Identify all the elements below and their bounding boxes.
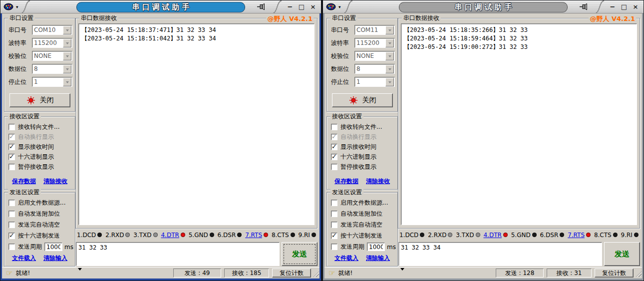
receive-textarea[interactable]: 【2023-05-24 15:18:37:471】31 32 33 34 【20… <box>78 23 315 225</box>
send-as-hex-checkbox[interactable] <box>8 233 15 239</box>
pin-label-dtr[interactable]: 4.DTR <box>161 232 179 239</box>
titlebar[interactable]: ▾ 串口调试助手 − □ × <box>323 0 644 13</box>
receive-to-file-checkbox[interactable] <box>331 124 337 130</box>
input-expand-handle[interactable] <box>78 268 82 273</box>
baud-rate-select[interactable]: 115200 <box>32 38 72 48</box>
pin-icon[interactable] <box>257 3 266 10</box>
clear-input-link[interactable]: 清除输入 <box>366 254 390 263</box>
reset-counter-button[interactable]: 复位计数 <box>272 269 311 278</box>
com-port-label: 串口号 <box>8 26 32 34</box>
titlebar[interactable]: ▾ 串口调试助手 − □ × <box>0 0 321 13</box>
file-data-source-checkbox[interactable] <box>8 200 15 206</box>
pin-item: 2.RXD <box>105 232 130 239</box>
data-bits-select[interactable]: 8 <box>32 64 72 74</box>
window-title-pill: 串口调试助手 <box>76 2 245 12</box>
pause-receive-checkbox[interactable] <box>331 164 337 170</box>
receive-textarea[interactable]: 【2023-05-24 15:18:35:266】31 32 33 【2023-… <box>401 23 637 225</box>
auto-wrap-checkbox[interactable] <box>331 134 337 140</box>
reset-counter-button[interactable]: 复位计数 <box>595 269 634 278</box>
serial-field-row: 校验位 NONE <box>8 51 72 61</box>
dropdown-button[interactable] <box>63 26 71 34</box>
send-period-checkbox[interactable] <box>8 244 15 250</box>
resize-grip[interactable] <box>635 271 642 277</box>
file-data-source-checkbox[interactable] <box>331 200 337 206</box>
dropdown-button[interactable] <box>385 52 394 60</box>
dropdown-button[interactable] <box>63 52 71 60</box>
pin-icon[interactable] <box>580 3 588 10</box>
titlebar-menu-arrow-icon[interactable]: ▾ <box>338 4 341 9</box>
pin-label-dtr[interactable]: 4.DTR <box>483 232 501 239</box>
load-file-link[interactable]: 文件载入 <box>334 254 358 263</box>
hex-display-checkbox[interactable] <box>8 154 15 160</box>
dropdown-button[interactable] <box>385 65 394 73</box>
minimize-button[interactable]: − <box>609 3 616 10</box>
data-bits-select[interactable]: 8 <box>354 64 395 74</box>
receive-line: 【2023-05-24 15:18:37:471】31 32 33 34 <box>81 26 312 34</box>
parity-select[interactable]: NONE <box>32 51 72 61</box>
auto-append-checkbox[interactable] <box>8 211 15 217</box>
ready-hand-icon: ☞ <box>6 270 12 277</box>
send-period-input[interactable] <box>367 243 385 251</box>
dropdown-button[interactable] <box>385 26 394 34</box>
send-input[interactable]: 31 32 33 <box>76 242 280 266</box>
send-period-input[interactable] <box>44 243 62 251</box>
close-button[interactable]: × <box>632 3 639 10</box>
receive-to-file-checkbox[interactable] <box>8 124 15 130</box>
checkbox-label: 自动发送附加位 <box>340 210 382 218</box>
titlebar-menu-arrow-icon[interactable]: ▾ <box>16 4 18 9</box>
pin-label-rts[interactable]: 7.RTS <box>568 232 585 239</box>
show-timestamp-checkbox[interactable] <box>8 144 15 150</box>
save-data-link[interactable]: 保存数据 <box>12 177 36 186</box>
com-port-select[interactable]: COM11 <box>354 25 395 35</box>
pin-item: 5.GND <box>511 232 537 239</box>
app-icon[interactable] <box>326 3 336 10</box>
dropdown-button[interactable] <box>385 78 394 86</box>
send-as-hex-checkbox[interactable] <box>331 233 337 239</box>
com-port-value: COM10 <box>32 26 62 33</box>
app-icon[interactable] <box>3 3 13 10</box>
send-button[interactable]: 发送 <box>282 242 318 266</box>
clear-receive-link[interactable]: 清除接收 <box>43 177 67 186</box>
dropdown-button[interactable] <box>385 39 394 47</box>
input-expand-handle[interactable] <box>400 268 404 273</box>
maximize-button[interactable]: □ <box>621 3 628 10</box>
close-button[interactable]: × <box>310 3 317 10</box>
clear-receive-link[interactable]: 清除接收 <box>366 177 390 186</box>
checkbox-row: 自动换行显示 <box>331 134 397 140</box>
dropdown-button[interactable] <box>63 39 71 47</box>
parity-select[interactable]: NONE <box>354 51 395 61</box>
maximize-button[interactable]: □ <box>298 3 305 10</box>
hex-display-checkbox[interactable] <box>331 154 337 160</box>
save-data-link[interactable]: 保存数据 <box>334 177 358 186</box>
serial-settings-group-label: 串口设置 <box>330 14 357 21</box>
checkbox-label: 发送周期 <box>18 243 42 251</box>
stop-bits-select[interactable]: 1 <box>32 77 72 87</box>
pin-item: 3.TXD <box>133 232 157 239</box>
pause-receive-checkbox[interactable] <box>8 164 15 170</box>
dropdown-button[interactable] <box>63 65 71 73</box>
pin-label-rts[interactable]: 7.RTS <box>245 232 262 239</box>
checkbox-row: 自动换行显示 <box>8 134 75 140</box>
dropdown-button[interactable] <box>63 78 71 86</box>
pin-item: 1.DCD <box>77 232 102 239</box>
auto-wrap-checkbox[interactable] <box>8 134 15 140</box>
resize-grip[interactable] <box>313 271 319 277</box>
show-timestamp-checkbox[interactable] <box>331 144 337 150</box>
close-port-button[interactable]: 关闭 <box>332 93 393 107</box>
com-port-select[interactable]: COM10 <box>32 25 72 35</box>
send-period-checkbox[interactable] <box>331 244 337 250</box>
send-button[interactable]: 发送 <box>604 242 640 266</box>
chevron-down-icon <box>388 42 391 46</box>
clear-input-link[interactable]: 清除输入 <box>43 254 67 263</box>
checkbox-row: 暂停接收显示 <box>331 164 397 170</box>
auto-append-checkbox[interactable] <box>331 211 337 217</box>
send-period-row: 发送周期 ms <box>8 244 75 250</box>
minimize-button[interactable]: − <box>287 3 294 10</box>
stop-bits-select[interactable]: 1 <box>354 77 395 87</box>
close-port-button[interactable]: 关闭 <box>9 93 70 107</box>
load-file-link[interactable]: 文件载入 <box>12 254 36 263</box>
auto-clear-checkbox[interactable] <box>8 222 15 228</box>
auto-clear-checkbox[interactable] <box>331 222 337 228</box>
baud-rate-select[interactable]: 115200 <box>354 38 395 48</box>
send-input[interactable]: 31 32 33 34 <box>398 242 602 266</box>
